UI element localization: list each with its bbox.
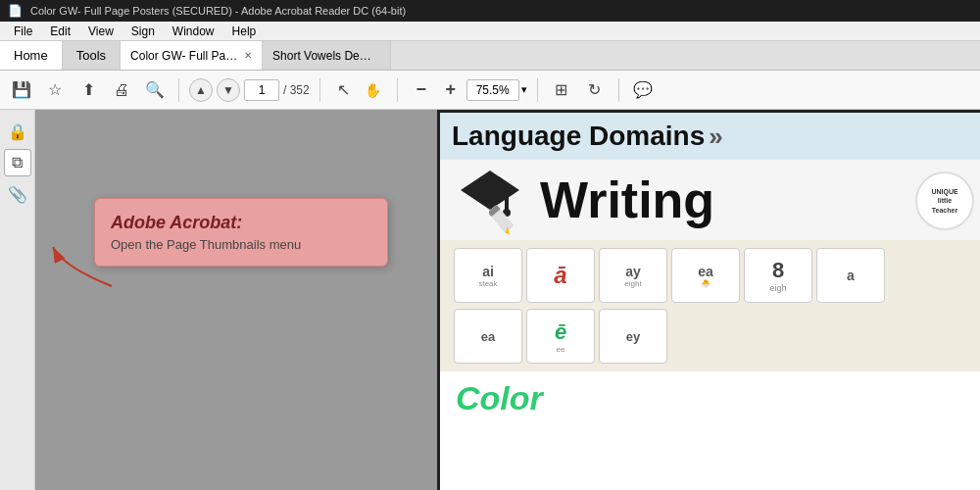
hex-e-macron: ē ee (526, 309, 595, 364)
separator-3 (397, 78, 398, 102)
save-button[interactable]: 💾 (8, 76, 35, 104)
prev-page-button[interactable]: ▲ (189, 78, 213, 102)
sidebar-lock-icon[interactable]: 🔒 (4, 118, 31, 145)
hex-a-macron: ā (526, 248, 595, 303)
print-button[interactable]: 🖨 (108, 76, 135, 104)
menu-file[interactable]: File (6, 23, 40, 40)
separator-2 (319, 78, 320, 102)
tab-home[interactable]: Home (0, 41, 63, 70)
pencil-icon (489, 199, 524, 234)
pdf-header: Language Domains » (440, 113, 980, 160)
separator-5 (618, 78, 619, 102)
page-number-input[interactable] (244, 79, 279, 101)
menu-bar: File Edit View Sign Window Help (0, 22, 980, 41)
page-navigation: ▲ ▼ / 352 (189, 78, 310, 102)
main-area: 🔒 ⧉ 📎 Adobe Acrobat: Open the Page Thumb… (0, 110, 980, 490)
language-domains-text: Language Domains » (452, 121, 723, 152)
search-button[interactable]: 🔍 (141, 76, 169, 104)
hex-ey: ey (599, 309, 667, 364)
writing-icon-area (456, 166, 524, 234)
hex-a-plain: a (816, 248, 885, 303)
zoom-in-button[interactable]: + (437, 76, 465, 104)
hexagon-row-1: ai steak ā ay eight ea 🐣 8 (454, 248, 885, 303)
right-decoration: UNIQUElittleTeacher (915, 172, 980, 230)
hex-8-eigh: 8 eigh (744, 248, 812, 303)
menu-view[interactable]: View (80, 23, 122, 40)
toolbar: 💾 ☆ ⬆ 🖨 🔍 ▲ ▼ / 352 ↖ ✋ − + ▾ ⊞ ↻ 💬 (0, 71, 980, 110)
writing-section: Writing (440, 160, 980, 240)
chevrons-icon: » (709, 122, 722, 152)
phonics-grid: ai steak ā ay eight ea 🐣 8 (440, 240, 980, 371)
sidebar-attachment-icon[interactable]: 📎 (4, 180, 31, 208)
callout-arrow (43, 237, 122, 296)
menu-window[interactable]: Window (165, 23, 222, 40)
tab-doc-2[interactable]: Short Vowels Demo... (263, 41, 391, 70)
zoom-level-input[interactable] (466, 79, 519, 101)
hex-ay: ay eight (599, 248, 667, 303)
fit-page-button[interactable]: ⊞ (548, 76, 575, 104)
comment-button[interactable]: 💬 (629, 76, 657, 104)
window-title: Color GW- Full Page Posters (SECURED) - … (30, 5, 406, 17)
zoom-dropdown[interactable]: ▾ (521, 83, 527, 96)
menu-help[interactable]: Help (224, 23, 265, 40)
title-bar: 📄 Color GW- Full Page Posters (SECURED) … (0, 0, 980, 22)
tab-tools[interactable]: Tools (63, 41, 121, 70)
hexagon-row-2: ea ē ee ey (454, 309, 667, 364)
separator-1 (178, 78, 179, 102)
zoom-controls: − + ▾ (408, 76, 527, 104)
app-icon: 📄 (8, 4, 23, 18)
pdf-content: Language Domains » (437, 110, 980, 490)
selection-tools: ↖ ✋ (330, 76, 387, 104)
upload-button[interactable]: ⬆ (74, 76, 102, 104)
close-tab-1[interactable]: ✕ (244, 50, 252, 61)
hex-ai: ai steak (454, 248, 522, 303)
tab-doc-1[interactable]: Color GW- Full Pag... ✕ (121, 41, 263, 70)
next-page-button[interactable]: ▼ (217, 78, 240, 102)
zoom-out-button[interactable]: − (408, 76, 435, 104)
unique-badge: UNIQUElittleTeacher (915, 172, 974, 230)
sidebar-pages-icon[interactable]: ⧉ (4, 149, 31, 176)
content-area: Adobe Acrobat: Open the Page Thumbnails … (35, 110, 980, 490)
select-tool-button[interactable]: ↖ (330, 76, 358, 104)
menu-edit[interactable]: Edit (42, 23, 78, 40)
callout-body: Open the Page Thumbnails menu (111, 237, 371, 252)
callout-box: Adobe Acrobat: Open the Page Thumbnails … (94, 198, 388, 267)
writing-label: Writing (540, 171, 714, 229)
color-label: Color (440, 371, 980, 425)
page-gray-area: Adobe Acrobat: Open the Page Thumbnails … (35, 110, 437, 490)
hex-ea: ea 🐣 (671, 248, 740, 303)
rotate-button[interactable]: ↻ (581, 76, 609, 104)
bookmark-button[interactable]: ☆ (41, 76, 69, 104)
page-total: / 352 (283, 83, 310, 97)
separator-4 (537, 78, 538, 102)
tab-bar: Home Tools Color GW- Full Pag... ✕ Short… (0, 41, 980, 71)
hand-tool-button[interactable]: ✋ (360, 76, 387, 104)
left-sidebar: 🔒 ⧉ 📎 (0, 110, 35, 490)
callout-title: Adobe Acrobat: (111, 213, 371, 233)
hex-ea2: ea (454, 309, 522, 364)
menu-sign[interactable]: Sign (123, 23, 163, 40)
